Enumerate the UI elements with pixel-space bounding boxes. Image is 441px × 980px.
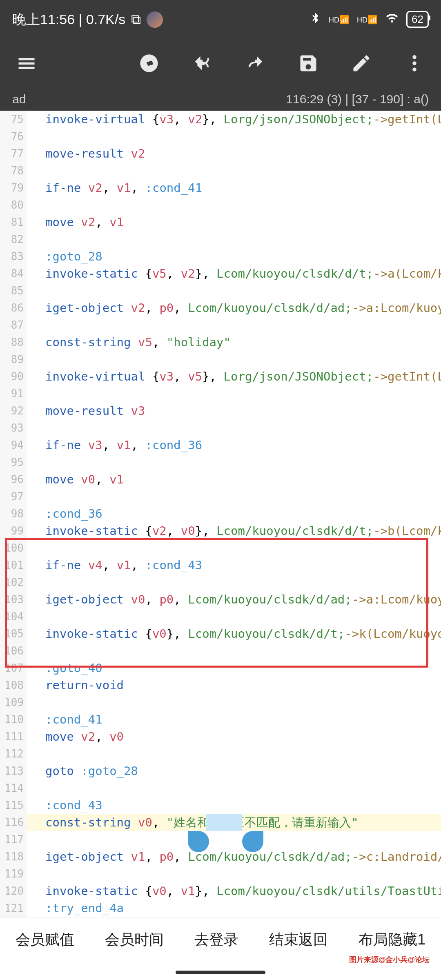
text-selection bbox=[206, 814, 242, 831]
bluetooth-icon bbox=[309, 11, 321, 27]
watermark: 图片来源@金小兵@论坛 bbox=[349, 955, 430, 964]
menu-button[interactable] bbox=[12, 49, 41, 78]
overflow-button[interactable] bbox=[400, 49, 429, 78]
svg-point-2 bbox=[412, 61, 416, 65]
compass-icon[interactable] bbox=[135, 49, 163, 78]
bottombar-item-end-return[interactable]: 结束返回 bbox=[269, 930, 328, 950]
status-right: HD📶 HD📶 62 bbox=[309, 11, 429, 28]
status-left: 晚上11:56 | 0.7K/s ⧉ bbox=[12, 10, 163, 29]
edit-button[interactable] bbox=[347, 49, 376, 78]
file-name: ad bbox=[12, 92, 26, 106]
selection-handle-right[interactable] bbox=[242, 831, 263, 852]
selection-handle-left[interactable] bbox=[188, 831, 209, 852]
gutter: 7576777879808182838485868788899091929394… bbox=[0, 111, 27, 918]
undo-button[interactable] bbox=[188, 49, 216, 78]
svg-point-1 bbox=[412, 55, 416, 59]
signal1-icon: HD📶 bbox=[329, 15, 350, 24]
toolbar bbox=[0, 39, 441, 88]
cursor-position: 116:29 (3) | [37 - 190] : a() bbox=[286, 92, 429, 106]
app-notification-icon bbox=[147, 11, 163, 28]
bottombar-item-vip-time[interactable]: 会员时间 bbox=[105, 930, 164, 950]
status-time: 晚上11:56 | 0.7K/s bbox=[12, 10, 125, 29]
save-button[interactable] bbox=[294, 49, 323, 78]
wifi-icon bbox=[385, 11, 399, 28]
notification-icon: ⧉ bbox=[131, 11, 141, 28]
statusbar: 晚上11:56 | 0.7K/s ⧉ HD📶 HD📶 62 bbox=[0, 0, 441, 39]
infobar: ad 116:29 (3) | [37 - 190] : a() bbox=[0, 88, 441, 111]
highlight-box bbox=[5, 538, 428, 668]
signal2-icon: HD📶 bbox=[357, 15, 378, 24]
bottombar-item-vip-value[interactable]: 会员赋值 bbox=[16, 930, 74, 950]
home-indicator[interactable] bbox=[176, 971, 265, 974]
code-area[interactable]: invoke-virtual {v3, v2}, Lorg/json/JSONO… bbox=[27, 111, 441, 918]
redo-button[interactable] bbox=[241, 49, 270, 78]
bottombar-item-layout-hide[interactable]: 布局隐藏1 bbox=[359, 930, 425, 950]
code-editor[interactable]: 7576777879808182838485868788899091929394… bbox=[0, 111, 441, 918]
battery-icon: 62 bbox=[406, 11, 429, 28]
bottombar-item-login[interactable]: 去登录 bbox=[194, 930, 238, 950]
svg-point-3 bbox=[412, 67, 416, 71]
